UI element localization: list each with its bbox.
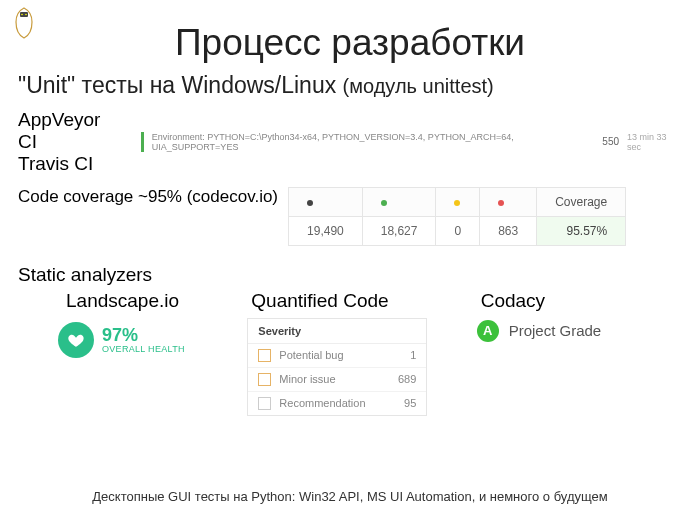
subtitle: "Unit" тесты на Windows/Linux (модуль un…	[18, 72, 682, 99]
qc-row: Potential bug 1	[248, 344, 426, 368]
dot-total-icon	[307, 200, 313, 206]
cov-total: 19,490	[289, 216, 363, 245]
qc-row: Minor issue 689	[248, 368, 426, 392]
qc-title: Quantified Code	[251, 290, 452, 312]
health-badge-icon	[58, 322, 94, 358]
cov-pct: 95.57%	[537, 216, 626, 245]
build-duration: 13 min 33 sec	[627, 132, 682, 152]
health-pct: 97%	[102, 326, 185, 344]
qc-row-num: 95	[404, 397, 416, 409]
env-row: Environment: PYTHON=C:\Python34-x64, PYT…	[141, 132, 682, 152]
health-sub: OVERALL HEALTH	[102, 344, 185, 354]
logo-icon	[10, 6, 38, 40]
checkbox-icon	[258, 397, 271, 410]
svg-point-1	[21, 14, 23, 16]
build-status-bar	[141, 132, 144, 152]
cov-miss: 863	[480, 216, 537, 245]
landscape-block: Landscape.io 97% OVERALL HEALTH	[18, 290, 223, 416]
coverage-table: Coverage 19,490 18,627 0 863 95.57%	[288, 187, 626, 246]
coverage-label: Code coverage ~95% (codecov.io)	[18, 187, 278, 207]
grade-text: Project Grade	[509, 322, 602, 339]
slide-title: Процесс разработки	[0, 22, 700, 64]
appveyor-label: AppVeyor CI	[18, 109, 123, 153]
qc-head: Severity	[248, 319, 426, 344]
codacy-block: Codacy A Project Grade	[477, 290, 682, 416]
dot-miss-icon	[498, 200, 504, 206]
qc-row-label: Minor issue	[279, 373, 398, 385]
subtitle-main: "Unit" тесты на Windows/Linux	[18, 72, 343, 98]
qc-row-num: 689	[398, 373, 416, 385]
footer-text: Десктопные GUI тесты на Python: Win32 AP…	[92, 489, 607, 504]
svg-point-2	[25, 14, 27, 16]
coverage-head: Coverage	[537, 187, 626, 216]
landscape-title: Landscape.io	[66, 290, 223, 312]
qc-row-label: Potential bug	[279, 349, 410, 361]
subtitle-paren: (модуль unittest)	[343, 75, 494, 97]
build-number: 550	[602, 136, 619, 147]
cov-hit: 18,627	[362, 216, 436, 245]
travis-label: Travis CI	[18, 153, 123, 175]
cov-partial: 0	[436, 216, 480, 245]
checkbox-icon	[258, 349, 271, 362]
grade-badge-icon: A	[477, 320, 499, 342]
quantified-code-block: Quantified Code Severity Potential bug 1…	[247, 290, 452, 416]
static-analyzers-title: Static analyzers	[18, 264, 682, 286]
codacy-title: Codacy	[481, 290, 682, 312]
qc-row-num: 1	[410, 349, 416, 361]
dot-hit-icon	[381, 200, 387, 206]
checkbox-icon	[258, 373, 271, 386]
qc-row: Recommendation 95	[248, 392, 426, 415]
qc-row-label: Recommendation	[279, 397, 404, 409]
env-text: Environment: PYTHON=C:\Python34-x64, PYT…	[152, 132, 595, 152]
dot-partial-icon	[454, 200, 460, 206]
